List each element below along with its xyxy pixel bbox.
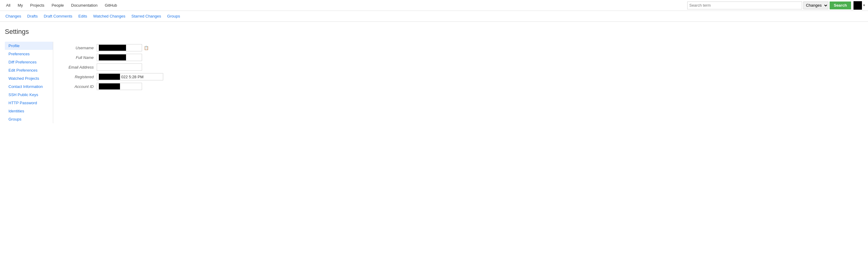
secondary-navigation: Changes Drafts Draft Comments Edits Watc… [0, 11, 868, 22]
search-button[interactable]: Search [830, 1, 851, 9]
value-username: 📋 [97, 44, 149, 51]
sidebar-item-ssh-public-keys[interactable]: SSH Public Keys [5, 91, 53, 99]
search-input[interactable] [687, 1, 802, 9]
copy-username-icon[interactable]: 📋 [144, 45, 149, 50]
username-field[interactable] [97, 44, 142, 51]
redacted-username [99, 45, 126, 51]
sidebar-item-groups[interactable]: Groups [5, 115, 53, 123]
label-fullname: Full Name [60, 55, 97, 60]
search-scope-select[interactable]: Changes [803, 1, 829, 9]
sidebar-item-preferences[interactable]: Preferences [5, 50, 53, 58]
label-username: Username [60, 45, 97, 50]
nav-my[interactable]: My [14, 0, 26, 11]
tab-draft-comments[interactable]: Draft Comments [41, 11, 75, 22]
profile-row-email: Email Address [60, 63, 856, 71]
profile-row-accountid: Account ID [60, 83, 856, 90]
tab-drafts[interactable]: Drafts [24, 11, 41, 22]
sidebar-item-identities[interactable]: Identities [5, 107, 53, 115]
fullname-field[interactable] [97, 54, 142, 61]
value-registered: 022 5:28 PM [97, 73, 163, 81]
redacted-fullname [99, 54, 126, 60]
nav-documentation[interactable]: Documentation [67, 0, 101, 11]
label-registered: Registered [60, 75, 97, 79]
sidebar-item-diff-preferences[interactable]: Diff Preferences [5, 58, 53, 66]
nav-all[interactable]: All [2, 0, 14, 11]
label-accountid: Account ID [60, 84, 97, 89]
value-fullname [97, 54, 142, 61]
tab-groups[interactable]: Groups [164, 11, 183, 22]
top-nav-links: All My Projects People Documentation Git… [2, 0, 687, 11]
value-email [97, 63, 142, 71]
top-navigation: All My Projects People Documentation Git… [0, 0, 868, 11]
tab-starred-changes[interactable]: Starred Changes [128, 11, 164, 22]
registered-field: 022 5:28 PM [97, 73, 163, 81]
profile-content: Username 📋 Full Name [53, 42, 863, 123]
sidebar: Profile Preferences Diff Preferences Edi… [5, 42, 53, 123]
value-accountid [97, 83, 142, 90]
sidebar-item-watched-projects[interactable]: Watched Projects [5, 74, 53, 83]
registered-suffix: 022 5:28 PM [121, 75, 144, 79]
nav-people[interactable]: People [48, 0, 67, 11]
profile-row-registered: Registered 022 5:28 PM [60, 73, 856, 81]
tab-edits[interactable]: Edits [75, 11, 90, 22]
page-title: Settings [5, 28, 863, 36]
profile-table: Username 📋 Full Name [60, 44, 856, 90]
profile-row-username: Username 📋 [60, 44, 856, 51]
accountid-field [97, 83, 142, 90]
page-content: Settings Profile Preferences Diff Prefer… [0, 22, 868, 129]
email-field[interactable] [97, 63, 142, 71]
redacted-registered [99, 74, 120, 80]
sidebar-item-profile[interactable]: Profile [5, 42, 53, 50]
label-email: Email Address [60, 65, 97, 69]
sidebar-item-contact-information[interactable]: Contact Information [5, 83, 53, 91]
nav-projects[interactable]: Projects [27, 0, 48, 11]
profile-row-fullname: Full Name [60, 54, 856, 61]
user-dropdown-arrow[interactable]: ▼ [863, 4, 866, 7]
sidebar-item-http-password[interactable]: HTTP Password [5, 99, 53, 107]
tab-changes[interactable]: Changes [2, 11, 24, 22]
avatar[interactable] [854, 1, 862, 10]
main-layout: Profile Preferences Diff Preferences Edi… [5, 42, 863, 123]
nav-github[interactable]: GitHub [101, 0, 121, 11]
sidebar-item-edit-preferences[interactable]: Edit Preferences [5, 66, 53, 74]
user-menu: ▼ [852, 1, 866, 10]
tab-watched-changes[interactable]: Watched Changes [90, 11, 128, 22]
redacted-accountid [99, 84, 120, 89]
search-area: Changes Search ▼ [687, 1, 866, 10]
